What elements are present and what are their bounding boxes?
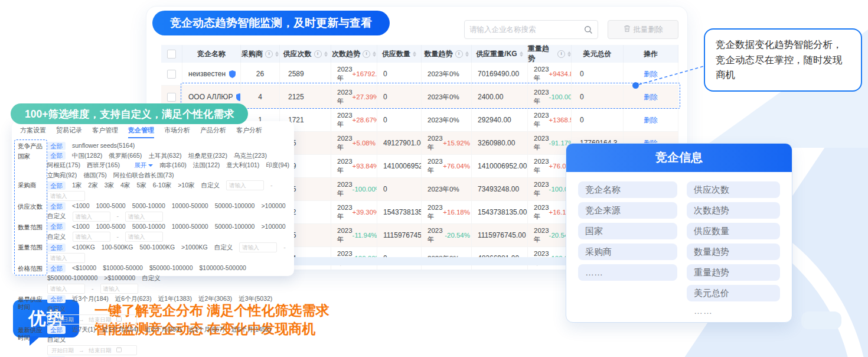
supply-count-cell[interactable]: 2589: [280, 63, 331, 85]
select-all-cell[interactable]: [161, 45, 182, 63]
column-header-7[interactable]: 供应重量/KG: [472, 45, 528, 63]
filter-option[interactable]: 10000-50000: [172, 222, 208, 232]
filter-option[interactable]: 立陶宛(92): [47, 171, 77, 180]
filter-option[interactable]: 近1个月(154): [102, 325, 139, 335]
filter-option[interactable]: 西班牙(165): [87, 161, 120, 170]
sort-icon[interactable]: [567, 51, 571, 57]
filter-option[interactable]: 10000-50000: [172, 202, 208, 211]
filter-option[interactable]: 法国(122): [193, 161, 220, 170]
filter-option[interactable]: 中国(1282): [72, 151, 102, 161]
range-max-input[interactable]: [47, 191, 85, 201]
filter-option[interactable]: >10家: [178, 181, 194, 190]
filter-all-chip[interactable]: 全部: [47, 202, 66, 210]
filter-option[interactable]: 自定义: [47, 232, 66, 242]
filter-option[interactable]: 6-10家: [153, 181, 172, 190]
filter-option[interactable]: 50000-100000: [215, 222, 255, 232]
column-header-2[interactable]: 采购商: [241, 45, 280, 63]
filter-option[interactable]: 自定义: [47, 212, 66, 221]
filter-option[interactable]: 1家: [72, 181, 81, 190]
filter-option[interactable]: 印度(94): [266, 161, 289, 170]
sort-icon[interactable]: [275, 51, 279, 57]
filter-option[interactable]: 4家: [120, 181, 130, 190]
column-header-5[interactable]: 供应数量: [377, 45, 422, 63]
filter-option[interactable]: <$10000: [72, 264, 96, 273]
buyer-count-cell[interactable]: 26: [241, 63, 280, 85]
filter-option[interactable]: >1000KG: [181, 243, 208, 252]
filter-option[interactable]: 近3个月(184): [72, 294, 109, 304]
filter-option[interactable]: 德国(75): [83, 171, 107, 180]
filter-option[interactable]: <100KG: [72, 243, 95, 252]
filter-option[interactable]: <1000: [72, 222, 90, 232]
column-header-4[interactable]: 次数趋势: [331, 45, 377, 63]
filter-option[interactable]: 近2个月(394): [145, 325, 182, 335]
sort-icon[interactable]: [520, 51, 523, 57]
filter-option[interactable]: 土耳其(632): [148, 151, 181, 161]
row-checkbox-cell[interactable]: [161, 63, 182, 85]
date-range-input[interactable]: 开始日期→结束日期: [47, 345, 137, 355]
select-all-checkbox[interactable]: [167, 50, 176, 59]
filter-all-chip[interactable]: 全部: [47, 326, 66, 334]
sort-icon[interactable]: [413, 51, 416, 57]
sort-icon[interactable]: [373, 51, 376, 57]
tab-客户管理[interactable]: 客户管理: [92, 126, 118, 138]
range-min-input[interactable]: [73, 232, 110, 242]
tab-方案设置[interactable]: 方案设置: [20, 126, 46, 138]
filter-option[interactable]: 自定义: [47, 304, 66, 314]
range-max-input[interactable]: [125, 212, 163, 222]
row-checkbox[interactable]: [167, 70, 176, 79]
filter-option[interactable]: >$1000000: [104, 274, 135, 283]
filter-option[interactable]: 俄罗斯(665): [109, 151, 142, 161]
filter-option[interactable]: $50000-100000: [149, 264, 193, 273]
filter-option[interactable]: 50000-100000: [215, 202, 255, 211]
delete-link[interactable]: 删除: [644, 115, 658, 125]
tab-客户分析[interactable]: 客户分析: [236, 126, 262, 138]
filter-option[interactable]: 5000-10000: [132, 202, 165, 211]
filter-all-chip[interactable]: 全部: [47, 151, 66, 160]
range-max-input[interactable]: [125, 232, 163, 242]
filter-option[interactable]: 近6个月(623): [115, 294, 152, 304]
tab-产品分析[interactable]: 产品分析: [200, 126, 226, 138]
filter-option[interactable]: 自定义: [142, 274, 161, 283]
filter-option[interactable]: 100-500KG: [102, 243, 133, 252]
filter-option[interactable]: 1000-5000: [96, 222, 126, 232]
filter-option[interactable]: 3家: [105, 181, 114, 190]
sort-icon[interactable]: [324, 51, 328, 57]
filter-option[interactable]: 意大利(101): [226, 161, 259, 170]
filter-option[interactable]: 近3个月(667): [188, 325, 224, 335]
range-min-input[interactable]: [47, 284, 85, 294]
tab-市场分析[interactable]: 市场分析: [164, 126, 190, 138]
filter-all-chip[interactable]: 全部: [47, 222, 66, 231]
expand-link[interactable]: 展开: [134, 161, 153, 170]
filter-option[interactable]: >100000: [261, 202, 285, 211]
filter-option[interactable]: 自定义: [201, 181, 220, 190]
range-max-input[interactable]: [47, 253, 85, 263]
filter-option[interactable]: 近6个月(1452): [231, 325, 271, 335]
column-header-8[interactable]: 重量趋势: [528, 45, 572, 63]
filter-option[interactable]: 阿拉伯联合酋长国(73): [113, 171, 174, 180]
column-header-3[interactable]: 供应次数: [280, 45, 331, 63]
filter-option[interactable]: $100000-500000: [199, 264, 246, 273]
company-search[interactable]: [464, 20, 598, 39]
filter-all-chip[interactable]: 全部: [47, 295, 66, 303]
filter-option[interactable]: 南非(160): [159, 161, 187, 170]
range-max-input[interactable]: [100, 284, 138, 294]
search-input[interactable]: [465, 25, 584, 34]
filter-option[interactable]: <1000: [72, 202, 90, 211]
filter-option[interactable]: 近7天(1): [72, 325, 96, 335]
filter-option[interactable]: 自定义: [47, 335, 66, 345]
filter-option[interactable]: 近1年(1383): [158, 294, 192, 304]
filter-option[interactable]: 2家: [88, 181, 97, 190]
date-range-input[interactable]: 开始日期→结束日期: [47, 314, 137, 324]
filter-option[interactable]: 5家: [136, 181, 146, 190]
batch-delete-button[interactable]: 批量删除: [608, 20, 678, 39]
filter-option[interactable]: 近3年(5032): [239, 294, 272, 304]
filter-option[interactable]: 1000-5000: [96, 202, 126, 211]
filter-option[interactable]: $500000-1000000: [47, 274, 97, 283]
filter-all-chip[interactable]: 全部: [47, 142, 66, 150]
filter-option[interactable]: 阿根廷(175): [47, 161, 80, 170]
search-icon[interactable]: [584, 25, 593, 34]
range-min-input[interactable]: [226, 180, 264, 190]
filter-all-chip[interactable]: 全部: [47, 244, 66, 252]
column-header-6[interactable]: 数量趋势: [422, 45, 472, 63]
sort-icon[interactable]: [465, 51, 469, 57]
